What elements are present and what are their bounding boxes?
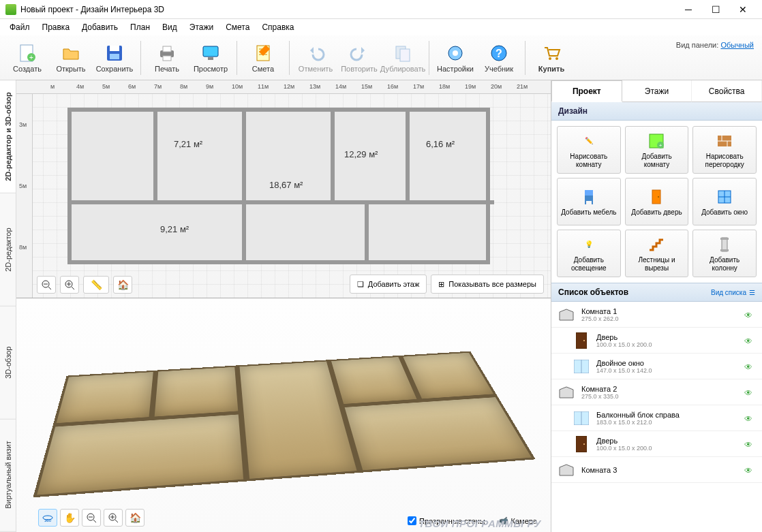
add-room-icon: + xyxy=(647,131,666,151)
pan-3d-button[interactable]: ✋ xyxy=(60,509,79,527)
duplicate-icon xyxy=(392,42,414,64)
visibility-toggle[interactable]: 👁 xyxy=(744,388,757,396)
tool-add-light[interactable]: 💡Добавить освещение xyxy=(557,230,621,277)
visibility-toggle[interactable]: 👁 xyxy=(744,466,757,474)
menu-plan[interactable]: План xyxy=(125,21,155,33)
tool-draw-room[interactable]: ✏️Нарисовать комнату xyxy=(557,126,621,174)
home-view-2d[interactable]: 🏠 xyxy=(113,276,132,294)
tab-floors[interactable]: Этажи xyxy=(622,80,692,102)
tool-add-room[interactable]: +Добавить комнату xyxy=(625,126,689,174)
object-list-item[interactable]: Комната 3👁 xyxy=(551,457,762,483)
rotate-360-button[interactable]: 360 xyxy=(38,509,57,527)
object-list-item[interactable]: Дверь100.0 x 15.0 x 200.0👁 xyxy=(551,328,762,354)
undo-button[interactable]: Отменить xyxy=(294,38,337,78)
svg-point-22 xyxy=(555,57,558,60)
menu-view[interactable]: Вид xyxy=(157,21,183,33)
titlebar: Новый проект - Дизайн Интерьера 3D ─ ☐ ✕ xyxy=(0,0,762,19)
svg-rect-56 xyxy=(720,238,729,240)
menu-file[interactable]: Файл xyxy=(4,21,35,33)
close-button[interactable]: ✕ xyxy=(729,0,757,19)
redo-button[interactable]: Повторить xyxy=(337,38,381,78)
viewport-3d[interactable]: 360 ✋ 🏠 Прозрачные стены 📹Камера ТВОИ ПР… xyxy=(16,298,551,532)
save-icon xyxy=(104,42,125,64)
svg-rect-64 xyxy=(576,436,587,452)
zoom-in-2d[interactable] xyxy=(60,276,79,294)
pencil-room-icon: ✏️ xyxy=(579,131,598,151)
folder-open-icon xyxy=(60,42,82,64)
svg-rect-16 xyxy=(400,49,410,61)
create-button[interactable]: +Создать xyxy=(5,38,49,78)
maximize-button[interactable]: ☐ xyxy=(702,0,729,19)
zoom-out-3d[interactable] xyxy=(82,509,101,527)
floorplan-drawing[interactable]: 7,21 м² 18,67 м² 12,29 м² 6,16 м² 9,21 м… xyxy=(67,108,490,264)
tab-virtual[interactable]: Виртуальный визит xyxy=(0,419,16,532)
duplicate-button[interactable]: Дублировать xyxy=(381,38,425,78)
svg-line-33 xyxy=(93,520,96,522)
panel-mode-selector: Вид панели: Обычный xyxy=(676,41,754,49)
zoom-out-2d[interactable] xyxy=(37,276,56,294)
object-list[interactable]: Комната 1275.0 x 262.0👁Дверь100.0 x 15.0… xyxy=(551,302,762,532)
minimize-button[interactable]: ─ xyxy=(675,0,702,19)
svg-text:360: 360 xyxy=(44,518,52,522)
tab-2d-3d[interactable]: 2D-редактор и 3D-обзор xyxy=(0,80,16,193)
panel-mode-link[interactable]: Обычный xyxy=(720,41,754,49)
undo-icon xyxy=(305,42,326,64)
visibility-toggle[interactable]: 👁 xyxy=(744,414,757,422)
watermark: ТВОИ ПРОГРАММЫ РУ xyxy=(418,518,541,529)
ruler-icon: ⊞ xyxy=(438,280,444,289)
measure-tool[interactable]: 📏 xyxy=(83,276,109,294)
object-list-item[interactable]: Комната 2275.0 x 335.0👁 xyxy=(551,379,762,405)
room-icon xyxy=(557,460,576,480)
monitor-icon xyxy=(200,42,222,64)
tab-project[interactable]: Проект xyxy=(551,80,622,102)
svg-point-51 xyxy=(658,196,659,198)
object-list-item[interactable]: Балконный блок справа183.0 x 15.0 x 212.… xyxy=(551,405,762,431)
print-button[interactable]: Печать xyxy=(145,38,189,78)
zoom-in-3d[interactable] xyxy=(104,509,123,527)
window-icon xyxy=(572,409,591,428)
object-list-item[interactable]: Двойное окно147.0 x 15.0 x 142.0👁 xyxy=(551,354,762,379)
menu-help[interactable]: Справка xyxy=(256,21,299,33)
tool-add-window[interactable]: Добавить окно xyxy=(692,178,757,225)
tab-3d[interactable]: 3D-обзор xyxy=(0,307,16,420)
door-icon xyxy=(572,331,591,350)
app-icon xyxy=(5,4,16,15)
menu-budget[interactable]: Смета xyxy=(220,21,255,33)
svg-rect-9 xyxy=(203,46,218,57)
visibility-toggle[interactable]: 👁 xyxy=(744,311,757,319)
tab-2d[interactable]: 2D-редактор xyxy=(0,193,16,307)
add-floor-button[interactable]: ❏Добавить этаж xyxy=(350,275,427,294)
bulb-icon: 💡 xyxy=(579,235,598,254)
settings-button[interactable]: Настройки xyxy=(433,38,477,78)
object-list-item[interactable]: Комната 1275.0 x 262.0👁 xyxy=(551,302,762,328)
tab-properties[interactable]: Свойства xyxy=(692,80,762,102)
preview-button[interactable]: Просмотр xyxy=(189,38,232,78)
visibility-toggle[interactable]: 👁 xyxy=(744,362,757,371)
visibility-toggle[interactable]: 👁 xyxy=(744,440,757,448)
save-button[interactable]: Сохранить xyxy=(93,38,136,78)
tool-stairs[interactable]: Лестницы и вырезы xyxy=(625,230,689,277)
tool-add-column[interactable]: Добавить колонну xyxy=(692,230,757,277)
tool-add-door[interactable]: Добавить дверь xyxy=(625,178,689,225)
show-dimensions-button[interactable]: ⊞Показывать все размеры xyxy=(431,275,544,294)
buy-button[interactable]: Купить xyxy=(530,38,573,78)
floorplan-2d-viewport[interactable]: 3м5м8м 7,21 м² 18,67 м² 12,29 м² 6,16 м²… xyxy=(16,94,551,298)
svg-point-21 xyxy=(549,57,551,60)
home-view-3d[interactable]: 🏠 xyxy=(125,509,144,527)
visibility-toggle[interactable]: 👁 xyxy=(744,337,757,345)
tool-add-furniture[interactable]: Добавить мебель xyxy=(557,178,621,225)
room-area-4: 6,16 м² xyxy=(426,139,455,149)
svg-text:+: + xyxy=(659,142,662,148)
menu-edit[interactable]: Правка xyxy=(37,21,76,33)
svg-line-24 xyxy=(48,287,51,290)
open-button[interactable]: Открыть xyxy=(49,38,93,78)
window-icon xyxy=(572,357,591,376)
menu-add[interactable]: Добавить xyxy=(76,21,123,33)
object-list-item[interactable]: Дверь100.0 x 15.0 x 200.0👁 xyxy=(551,431,762,457)
tutorial-button[interactable]: ?Учебник xyxy=(477,38,521,78)
tool-draw-partition[interactable]: Нарисовать перегородку xyxy=(692,126,757,174)
layers-icon: ❏ xyxy=(357,280,364,289)
budget-button[interactable]: Смета xyxy=(241,38,285,78)
view-mode-selector[interactable]: Вид списка☰ xyxy=(711,289,755,296)
menu-floors[interactable]: Этажи xyxy=(184,21,219,33)
